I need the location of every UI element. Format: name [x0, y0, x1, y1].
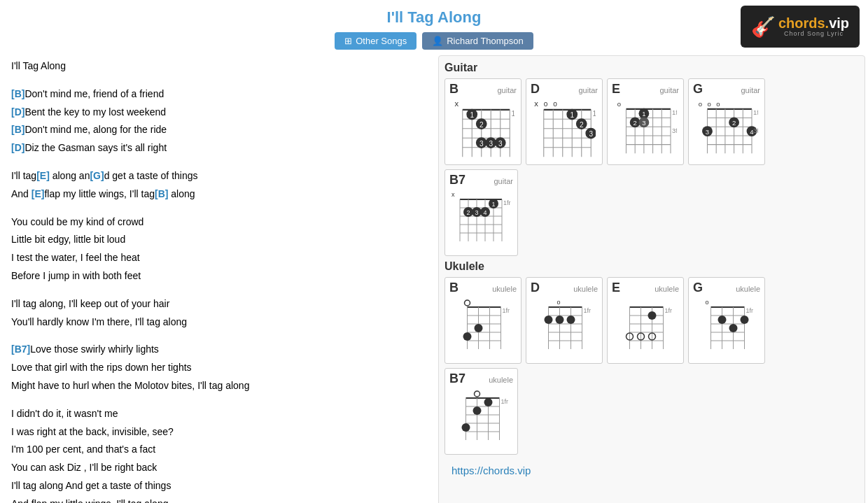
chord-diagram-B-guitar: x 1fr [451, 99, 514, 162]
svg-text:3: 3 [706, 128, 709, 136]
person-icon: 👤 [432, 36, 443, 46]
svg-text:o: o [707, 100, 710, 108]
page-header: I'll Tag Along ⊞ Other Songs 👤 Richard T… [0, 0, 868, 55]
chord-box-B7-ukulele: B7 ukulele [444, 368, 518, 455]
guitar-section-title: Guitar [444, 62, 859, 74]
chord-box-B-ukulele: B ukulele 1fr [444, 277, 522, 364]
svg-text:3: 3 [489, 140, 493, 148]
chord-diagram-G-ukulele: o 1fr [695, 297, 758, 360]
lyric-line: I was right at the back, invisible, see? [11, 424, 427, 441]
svg-text:3fr: 3fr [672, 127, 677, 134]
chord-box-B7-guitar: B7 guitar x 1fr [444, 169, 518, 256]
svg-text:o: o [617, 100, 621, 108]
svg-text:2: 2 [479, 121, 484, 129]
svg-text:1fr: 1fr [584, 307, 592, 314]
lyric-line: Might have to hurl when the Molotov bite… [11, 378, 427, 395]
lyric-line: [B]Don't mind me, friend of a friend [11, 86, 427, 103]
chord-diagram-E-guitar: o 1fr 1 [614, 99, 677, 162]
chord-name-B: B [449, 82, 458, 97]
svg-text:1: 1 [491, 201, 495, 208]
grid-icon: ⊞ [344, 36, 352, 46]
chord-box-E-ukulele: E ukulele 1fr [607, 277, 684, 364]
svg-text:1fr: 1fr [593, 110, 596, 118]
svg-text:3: 3 [642, 119, 645, 127]
svg-text:1: 1 [570, 111, 574, 119]
svg-text:3: 3 [479, 140, 484, 148]
chord-box-E-guitar: E guitar o 1fr [607, 78, 684, 165]
svg-text:1fr: 1fr [672, 108, 677, 116]
chord-box-D-guitar: D guitar x o o [526, 78, 603, 165]
svg-point-159 [718, 316, 727, 324]
svg-text:4: 4 [483, 209, 486, 216]
svg-text:1fr: 1fr [746, 307, 754, 314]
chord-diagram-B7-guitar: x 1fr 1 [450, 190, 513, 253]
lyric-line: I'll tag[E] along an[G]d get a taste of … [11, 168, 427, 185]
chord-name-B-uke: B [449, 281, 458, 295]
ukulele-section-title: Ukulele [444, 260, 859, 273]
svg-text:1fr: 1fr [503, 307, 510, 314]
chord-diagram-E-ukulele: 1fr [614, 297, 677, 360]
chord-type-B-uke: ukulele [492, 285, 517, 293]
chord-name-D-uke: D [531, 281, 540, 295]
site-logo[interactable]: 🎸 chords. vip Chord Song Lyric [741, 6, 860, 48]
svg-text:1fr: 1fr [753, 108, 758, 116]
svg-text:1: 1 [470, 111, 474, 119]
chord-diagram-D-ukulele: o 1fr [533, 297, 596, 360]
svg-point-144 [648, 311, 657, 320]
chord-type-D: guitar [578, 86, 598, 94]
chord-box-D-ukulele: D ukulele o 1fr [526, 277, 603, 364]
lyric-line: [D]Diz the Gasman says it's all right [11, 140, 427, 157]
lyric-line: Little bit edgy, little bit loud [11, 232, 427, 248]
logo-subtitle: Chord Song Lyric [778, 31, 849, 38]
lyric-line: And flap my little wings, I'll tag along [11, 496, 427, 503]
svg-point-160 [741, 316, 749, 324]
chord-type-D-uke: ukulele [573, 285, 598, 293]
chord-name-E-uke: E [612, 281, 620, 295]
chord-name-B7-guitar: B7 [449, 173, 465, 187]
logo-guitar-icon: 🎸 [751, 15, 776, 38]
chord-type-G-uke: ukulele [736, 285, 760, 293]
ukulele-section: Ukulele B ukulele [444, 260, 859, 455]
lyric-line: I'll tag along, I'll keep out of your ha… [11, 296, 427, 313]
svg-text:o: o [553, 100, 557, 108]
logo-vip-text: vip [829, 15, 849, 31]
svg-point-174 [472, 406, 481, 415]
svg-text:x: x [451, 191, 455, 198]
ukulele-chord-row: B ukulele 1fr [444, 277, 859, 364]
lyric-line: I'll tag along And get a taste of things [11, 478, 427, 495]
website-link-chords[interactable]: https://chords.vip [444, 459, 859, 482]
ukulele-b7-row: B7 ukulele [444, 368, 859, 455]
header-buttons: ⊞ Other Songs 👤 Richard Thompson [0, 32, 868, 50]
svg-text:1fr: 1fr [503, 199, 511, 206]
guitar-b7-row: B7 guitar x 1fr [444, 169, 859, 256]
svg-point-118 [475, 324, 483, 332]
svg-text:2: 2 [580, 121, 584, 129]
main-layout: I'll Tag Along [B]Don't mind me, friend … [0, 55, 868, 503]
chord-diagram-B7-ukulele: 1fr [450, 388, 513, 451]
svg-point-119 [463, 332, 472, 341]
svg-text:3: 3 [475, 209, 478, 216]
chord-type-B7: guitar [493, 177, 513, 185]
svg-text:1fr: 1fr [665, 307, 673, 314]
svg-text:3: 3 [589, 130, 593, 138]
svg-text:o: o [544, 100, 548, 108]
chord-type-E: guitar [659, 86, 679, 94]
chord-box-B-guitar: B guitar x [444, 78, 522, 165]
chord-type-B7-uke: ukulele [489, 376, 513, 384]
svg-text:2: 2 [732, 119, 736, 127]
chord-diagram-D-guitar: x o o 1fr 1 [533, 99, 596, 162]
lyric-line: [D]Bent the key to my lost weekend [11, 104, 427, 121]
artist-button[interactable]: 👤 Richard Thompson [422, 32, 533, 50]
guitar-chord-row: B guitar x [444, 78, 859, 165]
svg-text:1fr: 1fr [500, 398, 508, 405]
svg-text:x: x [534, 99, 538, 108]
svg-text:1fr: 1fr [512, 110, 515, 118]
svg-text:x: x [455, 99, 459, 108]
lyric-line: You can ask Diz , I'll be right back [11, 460, 427, 476]
other-songs-button[interactable]: ⊞ Other Songs [335, 32, 416, 50]
svg-point-161 [729, 324, 738, 332]
chord-diagram-G-guitar: o o o 1fr 2 [695, 99, 758, 162]
svg-text:2: 2 [634, 119, 637, 127]
lyric-line: I test the water, I feel the heat [11, 250, 427, 267]
chord-type-E-uke: ukulele [654, 285, 679, 293]
